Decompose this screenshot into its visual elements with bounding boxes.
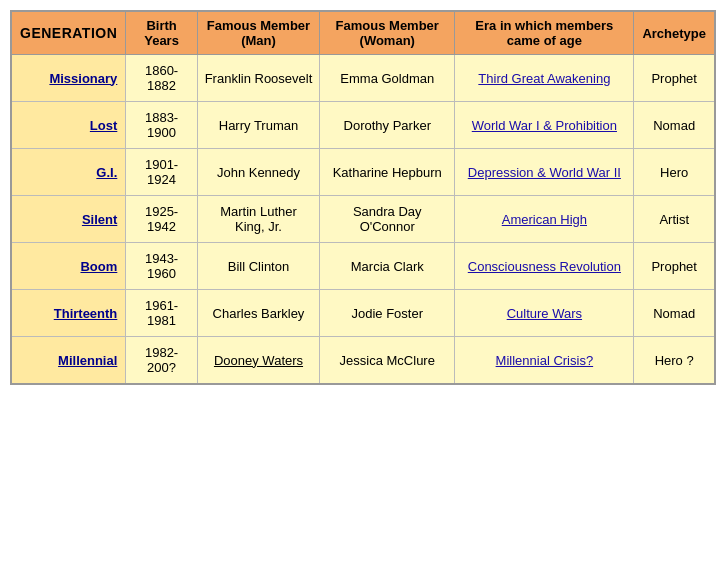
- famous-woman-cell: Dorothy Parker: [320, 102, 455, 149]
- generations-table: GENERATION Birth Years Famous Member (Ma…: [10, 10, 716, 385]
- table-row: Boom1943-1960Bill ClintonMarcia ClarkCon…: [11, 243, 715, 290]
- generation-cell: G.I.: [11, 149, 126, 196]
- archetype-cell: Prophet: [634, 55, 715, 102]
- era-cell: World War I & Prohibition: [455, 102, 634, 149]
- table-row: Missionary1860-1882Franklin RooseveltEmm…: [11, 55, 715, 102]
- col-header-famous-woman: Famous Member (Woman): [320, 11, 455, 55]
- generation-cell: Millennial: [11, 337, 126, 385]
- famous-woman-cell: Jodie Foster: [320, 290, 455, 337]
- era-cell: Consciousness Revolution: [455, 243, 634, 290]
- era-cell: American High: [455, 196, 634, 243]
- era-link[interactable]: Millennial Crisis?: [496, 353, 594, 368]
- col-header-era: Era in which members came of age: [455, 11, 634, 55]
- archetype-cell: Nomad: [634, 290, 715, 337]
- generation-link[interactable]: Silent: [82, 212, 117, 227]
- famous-man-cell: Charles Barkley: [197, 290, 319, 337]
- famous-woman-cell: Sandra Day O'Connor: [320, 196, 455, 243]
- famous-man-cell: Franklin Roosevelt: [197, 55, 319, 102]
- famous-woman-cell: Emma Goldman: [320, 55, 455, 102]
- famous-man-cell: Dooney Waters: [197, 337, 319, 385]
- archetype-cell: Artist: [634, 196, 715, 243]
- archetype-cell: Prophet: [634, 243, 715, 290]
- era-link[interactable]: Consciousness Revolution: [468, 259, 621, 274]
- table-row: G.I.1901-1924John KennedyKatharine Hepbu…: [11, 149, 715, 196]
- era-link[interactable]: Depression & World War II: [468, 165, 621, 180]
- era-cell: Depression & World War II: [455, 149, 634, 196]
- col-header-archetype: Archetype: [634, 11, 715, 55]
- birth-years-cell: 1883-1900: [126, 102, 198, 149]
- birth-years-cell: 1860-1882: [126, 55, 198, 102]
- era-link[interactable]: Third Great Awakening: [478, 71, 610, 86]
- generation-cell: Missionary: [11, 55, 126, 102]
- col-header-birth-years: Birth Years: [126, 11, 198, 55]
- birth-years-cell: 1925-1942: [126, 196, 198, 243]
- famous-woman-cell: Katharine Hepburn: [320, 149, 455, 196]
- birth-years-cell: 1943-1960: [126, 243, 198, 290]
- famous-man-cell: Harry Truman: [197, 102, 319, 149]
- generation-cell: Thirteenth: [11, 290, 126, 337]
- famous-man-cell: Bill Clinton: [197, 243, 319, 290]
- era-cell: Culture Wars: [455, 290, 634, 337]
- famous-man-cell: John Kennedy: [197, 149, 319, 196]
- archetype-cell: Hero ?: [634, 337, 715, 385]
- birth-years-cell: 1982-200?: [126, 337, 198, 385]
- table-row: Thirteenth1961-1981Charles BarkleyJodie …: [11, 290, 715, 337]
- birth-years-cell: 1961-1981: [126, 290, 198, 337]
- era-cell: Millennial Crisis?: [455, 337, 634, 385]
- generation-link[interactable]: Lost: [90, 118, 117, 133]
- generation-cell: Lost: [11, 102, 126, 149]
- famous-woman-cell: Jessica McClure: [320, 337, 455, 385]
- era-cell: Third Great Awakening: [455, 55, 634, 102]
- era-link[interactable]: World War I & Prohibition: [472, 118, 617, 133]
- archetype-cell: Hero: [634, 149, 715, 196]
- generation-link[interactable]: Boom: [80, 259, 117, 274]
- famous-woman-cell: Marcia Clark: [320, 243, 455, 290]
- archetype-cell: Nomad: [634, 102, 715, 149]
- generation-link[interactable]: Millennial: [58, 353, 117, 368]
- col-header-famous-man: Famous Member (Man): [197, 11, 319, 55]
- birth-years-cell: 1901-1924: [126, 149, 198, 196]
- table-row: Millennial1982-200?Dooney WatersJessica …: [11, 337, 715, 385]
- generation-link[interactable]: Missionary: [49, 71, 117, 86]
- era-link[interactable]: Culture Wars: [507, 306, 582, 321]
- generation-cell: Silent: [11, 196, 126, 243]
- generation-link[interactable]: G.I.: [96, 165, 117, 180]
- generation-link[interactable]: Thirteenth: [54, 306, 118, 321]
- col-header-generation: GENERATION: [11, 11, 126, 55]
- famous-man-cell: Martin Luther King, Jr.: [197, 196, 319, 243]
- generation-cell: Boom: [11, 243, 126, 290]
- table-row: Silent1925-1942Martin Luther King, Jr.Sa…: [11, 196, 715, 243]
- era-link[interactable]: American High: [502, 212, 587, 227]
- table-row: Lost1883-1900Harry TrumanDorothy ParkerW…: [11, 102, 715, 149]
